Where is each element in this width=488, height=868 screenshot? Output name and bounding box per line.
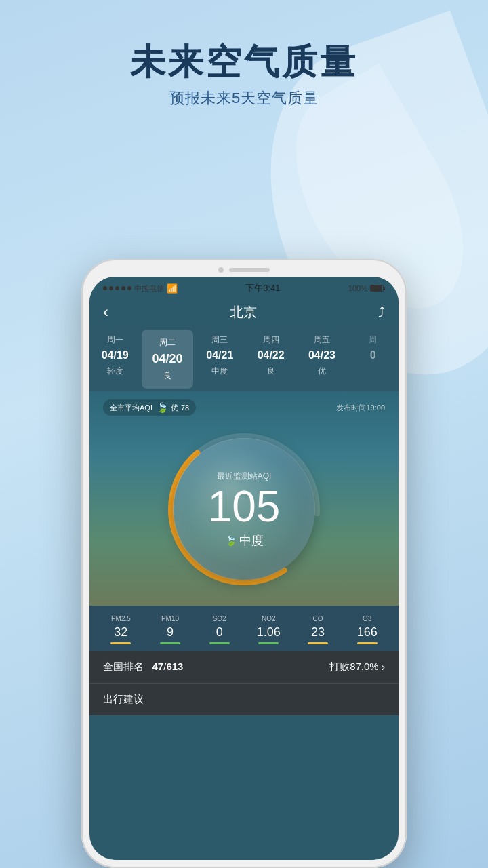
so2-value: 0	[195, 625, 244, 639]
signal-dot-2	[109, 286, 113, 290]
day-item-wednesday[interactable]: 周三 04/21 中度	[195, 327, 245, 391]
phone-device: 中国电信 📶 下午3:41 100% ‹ 北京	[81, 259, 407, 868]
city-title: 北京	[230, 303, 257, 321]
o3-label: O3	[342, 615, 392, 623]
pm10-value: 9	[146, 625, 195, 639]
gauge-inner: 最近监测站AQI 105 🍃 中度	[173, 438, 315, 580]
co-bar	[308, 642, 328, 644]
day-date-wed: 04/21	[197, 347, 243, 363]
day-date-tue: 04/20	[144, 350, 190, 368]
travel-advice: 出行建议	[89, 683, 399, 715]
app-header: ‹ 北京 ⤴	[89, 297, 399, 327]
avg-quality-label: 🍃 优 78	[157, 402, 189, 413]
leaf-icon-avg: 🍃	[157, 402, 168, 413]
pollutant-co: CO 23	[293, 615, 343, 644]
phone-speaker	[229, 268, 270, 272]
battery-tip	[384, 287, 385, 290]
signal-dots	[103, 286, 131, 290]
day-date-thu: 04/22	[248, 347, 293, 363]
no2-label: NO2	[244, 615, 293, 623]
signal-dot-5	[127, 286, 131, 290]
day-quality-tue: 良	[144, 370, 190, 382]
aqi-value: 105	[208, 485, 281, 528]
ranking-text: 全国排名 47/613	[103, 660, 183, 673]
sub-title: 预报未来5天空气质量	[0, 88, 488, 108]
pm25-bar	[110, 642, 131, 644]
ranking-beat: 打败87.0% ›	[329, 660, 385, 673]
day-quality-mon: 轻度	[92, 365, 138, 377]
day-name-tue: 周二	[144, 336, 190, 349]
pollutant-pm25: PM2.5 32	[96, 615, 146, 644]
ranking-total: 613	[166, 660, 183, 672]
day-name-thu: 周四	[248, 334, 293, 346]
aqi-top-bar: 全市平均AQI 🍃 优 78 发布时间19:00	[103, 399, 385, 416]
pollutant-so2: SO2 0	[195, 615, 244, 644]
carrier-label: 中国电信	[134, 283, 164, 294]
status-left: 中国电信 📶	[103, 283, 178, 294]
day-date-sat: 0	[350, 347, 396, 363]
battery-body	[370, 285, 384, 292]
leaf-icon-main: 🍃	[225, 535, 237, 546]
so2-bar	[209, 642, 230, 644]
share-button[interactable]: ⤴	[378, 304, 385, 320]
signal-dot-3	[115, 286, 119, 290]
back-button[interactable]: ‹	[103, 302, 108, 321]
main-title: 未来空气质量	[0, 41, 488, 83]
header-area: 未来空气质量 预报未来5天空气质量	[0, 0, 488, 108]
ranking-rank: 47	[152, 660, 164, 672]
day-item-thursday[interactable]: 周四 04/22 良	[245, 327, 296, 391]
travel-title: 出行建议	[103, 693, 144, 705]
avg-aqi-badge: 全市平均AQI 🍃 优 78	[103, 399, 196, 416]
battery-label: 100%	[348, 284, 367, 292]
pollutants-row: PM2.5 32 PM10 9 SO2 0 NO2 1.06	[89, 606, 399, 651]
aqi-quality: 🍃 中度	[225, 532, 264, 549]
pollutant-pm10: PM10 9	[146, 615, 195, 644]
aqi-area: 全市平均AQI 🍃 优 78 发布时间19:00	[89, 391, 399, 606]
wifi-icon: 📶	[167, 283, 178, 294]
avg-quality-text: 优	[171, 403, 178, 413]
day-item-saturday[interactable]: 周 0	[348, 327, 399, 391]
day-quality-thu: 良	[248, 365, 293, 377]
publish-time: 发布时间19:00	[336, 403, 385, 413]
so2-label: SO2	[195, 615, 244, 623]
no2-value: 1.06	[244, 625, 293, 639]
day-quality-wed: 中度	[197, 365, 243, 377]
signal-dot-4	[121, 286, 125, 290]
day-quality-fri: 优	[299, 365, 344, 377]
day-item-monday[interactable]: 周一 04/19 轻度	[89, 327, 140, 391]
o3-bar	[357, 642, 378, 644]
pm25-value: 32	[96, 625, 146, 639]
co-label: CO	[293, 615, 343, 623]
day-name-mon: 周一	[92, 334, 138, 346]
chevron-right-icon: ›	[382, 661, 385, 673]
day-item-tuesday[interactable]: 周二 04/20 良	[142, 330, 192, 389]
pollutant-no2: NO2 1.06	[244, 615, 293, 644]
avg-aqi-label: 全市平均AQI	[110, 403, 152, 413]
no2-bar	[258, 642, 279, 644]
day-date-fri: 04/23	[299, 347, 344, 363]
ranking-bar[interactable]: 全国排名 47/613 打败87.0% ›	[89, 651, 399, 683]
phone-camera	[218, 267, 224, 273]
day-name-fri: 周五	[299, 334, 344, 346]
pollutant-o3: O3 166	[342, 615, 392, 644]
gauge-wrapper: 最近监测站AQI 105 🍃 中度	[163, 428, 325, 591]
day-item-friday[interactable]: 周五 04/23 优	[296, 327, 347, 391]
phone-top-bar	[89, 267, 399, 273]
battery-fill	[371, 285, 382, 291]
battery-icon	[370, 285, 385, 292]
pm10-bar	[160, 642, 180, 644]
phone-screen: 中国电信 📶 下午3:41 100% ‹ 北京	[89, 277, 399, 860]
day-name-sat: 周	[350, 334, 396, 346]
day-date-mon: 04/19	[92, 347, 138, 363]
signal-dot-1	[103, 286, 107, 290]
pm25-label: PM2.5	[96, 615, 146, 623]
co-value: 23	[293, 625, 343, 639]
ranking-label: 全国排名	[103, 660, 144, 672]
station-label: 最近监测站AQI	[217, 471, 272, 482]
avg-value: 78	[181, 403, 189, 412]
aqi-quality-text: 中度	[239, 532, 264, 549]
beat-label: 打败87.0%	[329, 660, 379, 673]
gauge-container: 最近监测站AQI 105 🍃 中度	[103, 421, 385, 597]
phone-outer-shell: 中国电信 📶 下午3:41 100% ‹ 北京	[81, 259, 407, 868]
pm10-label: PM10	[146, 615, 195, 623]
